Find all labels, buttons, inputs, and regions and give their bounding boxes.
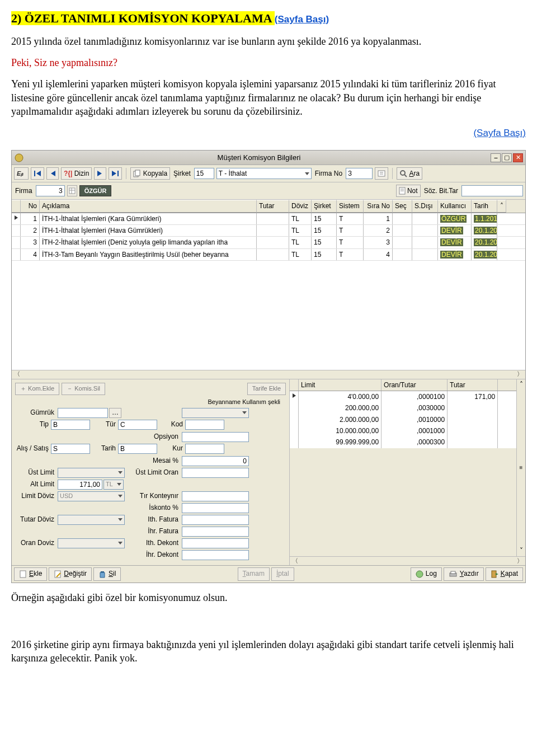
maximize-button[interactable]: ▢ [502, 153, 512, 162]
orandoviz-select[interactable] [58, 538, 125, 548]
minimize-button[interactable]: ‒ [491, 153, 501, 162]
nav-next-button[interactable] [94, 167, 106, 180]
log-button[interactable]: Log [411, 567, 442, 581]
sil-button[interactable]: Sil [93, 567, 121, 581]
col-tutar2[interactable]: Tutar [447, 379, 498, 391]
cell-sirket: 15 [312, 249, 337, 260]
table-row[interactable]: 2 İTH-1-İthalat İşlemleri (Hava Gümrükle… [12, 225, 525, 237]
limit-vscrollbar[interactable]: ˄ ≡ ˅ [516, 379, 525, 556]
sozbit-input[interactable] [461, 185, 523, 196]
firma-no-input[interactable] [346, 168, 373, 179]
mesai-input[interactable] [182, 456, 249, 466]
vscroll-up[interactable]: ˄ [497, 200, 506, 212]
tirkont-input[interactable] [182, 491, 249, 501]
grid-body[interactable]: 1 İTH-1-İthalat İşlemleri (Kara Gümrükle… [12, 213, 525, 370]
tamam-button[interactable]: Tamam [238, 567, 270, 581]
main-grid: No Açıklama Tutar Döviz Şirket Sistem Sı… [12, 200, 525, 378]
intro-paragraph-1: 2015 yılında özel tanımladığınız komisyo… [11, 35, 526, 48]
grid-scrollbar[interactable]: 〈〉 [12, 370, 525, 379]
ithfatura-input[interactable] [182, 515, 249, 525]
kod-input[interactable] [185, 420, 224, 430]
svg-rect-29 [451, 571, 455, 574]
beyan-select[interactable] [182, 408, 249, 418]
firma-pick-button[interactable] [67, 185, 77, 196]
col-doviz[interactable]: Döviz [289, 200, 312, 212]
col-tarih[interactable]: Tarih [472, 200, 497, 212]
ekle-button[interactable]: Ekle [14, 567, 47, 581]
table-row[interactable]: 1 İTH-1-İthalat İşlemleri (Kara Gümrükle… [12, 213, 525, 225]
limit-row[interactable]: 200.000,00 ,0030000 [290, 402, 516, 414]
top-link-right[interactable]: (Sayfa Başı) [473, 128, 526, 138]
col-sirano[interactable]: Sıra No [364, 200, 393, 212]
cell-sirano: 4 [364, 249, 393, 260]
kom-ekle-button[interactable]: ＋ Kom.Ekle [15, 383, 59, 395]
ithdekont-input[interactable] [182, 538, 249, 548]
close-button[interactable]: ✕ [513, 153, 523, 162]
col-sirket[interactable]: Şirket [312, 200, 337, 212]
cell-sirket: 15 [312, 213, 337, 224]
nav-prev-button[interactable] [46, 167, 59, 180]
heading-text: 2) ÖZEL TANIMLI KOMİSYON KOPYALAMA [11, 11, 275, 25]
logo-button[interactable]: Eᵦ [14, 167, 29, 180]
degistir-button[interactable]: Değiştir [49, 567, 92, 581]
ustlimit-select[interactable] [58, 468, 125, 478]
nav-last-button[interactable] [109, 167, 122, 180]
col-oran[interactable]: Oran/Tutar [381, 379, 447, 391]
heading-top-link[interactable]: (Sayfa Başı) [275, 14, 329, 25]
altlimit-cur-select[interactable]: TL [103, 480, 124, 490]
col-no[interactable]: No [21, 200, 40, 212]
iskonto-input[interactable] [182, 503, 249, 513]
ihrfatura-input[interactable] [182, 527, 249, 537]
limitdoviz-select[interactable]: USD [58, 491, 125, 501]
gumruk-input[interactable] [58, 408, 108, 418]
tur-input[interactable] [118, 420, 157, 430]
sirket-type-value: T - İthalat [219, 170, 247, 177]
col-sistem[interactable]: Sistem [337, 200, 364, 212]
limit-row[interactable]: 99.999.999,00 ,0000300 [290, 436, 516, 448]
col-kullanici[interactable]: Kullanıcı [438, 200, 472, 212]
col-limit[interactable]: Limit [299, 379, 381, 391]
tarife-ekle-button[interactable]: Tarife Ekle [247, 383, 286, 395]
search-icon [399, 170, 407, 177]
tutardoviz-select[interactable] [58, 515, 125, 525]
lookup-icon [378, 170, 385, 177]
limit-hscrollbar[interactable]: 〈〉 [290, 556, 525, 565]
opsiyon-input[interactable] [182, 432, 249, 442]
chevron-down-icon [305, 172, 309, 175]
limit-row[interactable]: 2.000.000,00 ,0010000 [290, 414, 516, 425]
kur-input[interactable] [185, 444, 224, 454]
limit-body[interactable]: 4'0.000,00 ,0000100 171,00 200.000,00 ,0… [290, 391, 516, 448]
ithfatura-label: Ith. Fatura [128, 515, 178, 523]
iptal-button[interactable]: İptal [271, 567, 294, 581]
col-sdisi[interactable]: S.Dışı [412, 200, 438, 212]
col-sec[interactable]: Seç [393, 200, 412, 212]
kapat-button[interactable]: Kapat [486, 567, 523, 581]
table-row[interactable]: 4 İTH-3-Tam Beyanlı Yaygın Basitleştiril… [12, 249, 525, 261]
yazdir-button[interactable]: Yazdır [444, 567, 484, 581]
vscroll-down-icon: ˅ [520, 547, 523, 555]
col-aciklama[interactable]: Açıklama [40, 200, 257, 212]
komis-sil-button[interactable]: － Komis.Sil [62, 383, 105, 395]
altlimit-input[interactable] [58, 480, 102, 490]
sirket-type-select[interactable]: T - İthalat [216, 168, 312, 179]
col-tutar[interactable]: Tutar [257, 200, 289, 212]
ustlimit-oran-input[interactable] [182, 468, 249, 478]
limit-row[interactable]: 4'0.000,00 ,0000100 171,00 [290, 391, 516, 402]
firma-lookup-button[interactable] [375, 167, 388, 180]
dizin-button[interactable]: ?{| Dizin [61, 167, 92, 180]
ara-button[interactable]: Ara [397, 167, 422, 180]
alis-input[interactable] [51, 444, 90, 454]
plus-icon: ＋ [20, 385, 26, 392]
nav-first-button[interactable] [31, 167, 44, 180]
gumruk-lookup-button[interactable]: … [109, 408, 121, 418]
table-row[interactable]: 3 İTH-2-İthalat İşlemleri (Deniz yoluyla… [12, 237, 525, 248]
gumruk-label: Gümrük [15, 408, 54, 416]
tarih-input[interactable] [118, 444, 157, 454]
sirket-input[interactable] [194, 168, 214, 179]
tip-input[interactable] [51, 420, 90, 430]
ihrdekont-input[interactable] [182, 550, 249, 560]
not-button[interactable]: Not [396, 185, 421, 197]
limit-row[interactable]: 10.000.000,00 ,0001000 [290, 425, 516, 436]
firma-id-input[interactable] [36, 185, 65, 196]
kopyala-button[interactable]: Kopyala [130, 167, 170, 180]
